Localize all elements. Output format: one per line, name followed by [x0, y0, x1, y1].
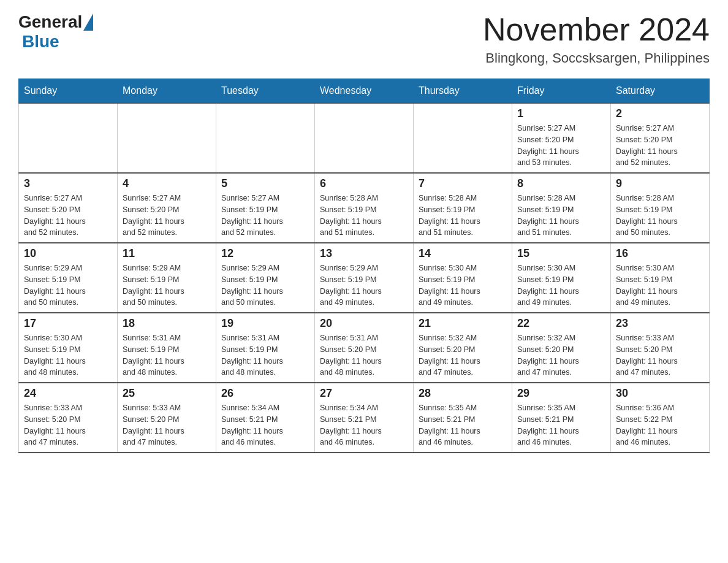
day-number: 5 [221, 177, 309, 190]
day-number: 4 [123, 177, 211, 190]
day-number: 8 [517, 177, 605, 190]
day-info: Sunrise: 5:35 AMSunset: 5:21 PMDaylight:… [517, 402, 605, 448]
calendar-cell: 17Sunrise: 5:30 AMSunset: 5:19 PMDayligh… [19, 313, 118, 383]
calendar-cell: 21Sunrise: 5:32 AMSunset: 5:20 PMDayligh… [414, 313, 512, 383]
day-info: Sunrise: 5:30 AMSunset: 5:19 PMDaylight:… [517, 262, 605, 308]
weekday-header-wednesday: Wednesday [315, 79, 414, 104]
calendar-cell: 16Sunrise: 5:30 AMSunset: 5:19 PMDayligh… [611, 243, 710, 313]
calendar-cell [216, 103, 315, 173]
weekday-header-saturday: Saturday [611, 79, 710, 104]
day-number: 11 [123, 247, 211, 260]
day-info: Sunrise: 5:33 AMSunset: 5:20 PMDaylight:… [123, 402, 211, 448]
day-number: 7 [419, 177, 507, 190]
day-number: 21 [419, 317, 507, 330]
day-info: Sunrise: 5:29 AMSunset: 5:19 PMDaylight:… [24, 262, 112, 308]
calendar-cell: 19Sunrise: 5:31 AMSunset: 5:19 PMDayligh… [216, 313, 315, 383]
calendar-week-row: 17Sunrise: 5:30 AMSunset: 5:19 PMDayligh… [19, 313, 710, 383]
day-info: Sunrise: 5:32 AMSunset: 5:20 PMDaylight:… [517, 332, 605, 378]
calendar-cell: 26Sunrise: 5:34 AMSunset: 5:21 PMDayligh… [216, 383, 315, 453]
day-number: 27 [320, 387, 408, 400]
day-number: 25 [123, 387, 211, 400]
weekday-header-row: SundayMondayTuesdayWednesdayThursdayFrid… [19, 79, 710, 104]
calendar-header: SundayMondayTuesdayWednesdayThursdayFrid… [19, 79, 710, 104]
calendar-cell: 30Sunrise: 5:36 AMSunset: 5:22 PMDayligh… [611, 383, 710, 453]
calendar-cell: 14Sunrise: 5:30 AMSunset: 5:19 PMDayligh… [414, 243, 512, 313]
title-block: November 2024 Blingkong, Soccsksargen, P… [483, 12, 710, 66]
logo-blue-text: Blue [22, 32, 59, 51]
day-number: 23 [616, 317, 704, 330]
day-info: Sunrise: 5:31 AMSunset: 5:19 PMDaylight:… [123, 332, 211, 378]
calendar-cell: 6Sunrise: 5:28 AMSunset: 5:19 PMDaylight… [315, 173, 414, 243]
day-info: Sunrise: 5:28 AMSunset: 5:19 PMDaylight:… [616, 193, 704, 239]
day-number: 15 [517, 247, 605, 260]
day-info: Sunrise: 5:33 AMSunset: 5:20 PMDaylight:… [24, 402, 112, 448]
day-info: Sunrise: 5:29 AMSunset: 5:19 PMDaylight:… [123, 262, 211, 308]
calendar-cell [315, 103, 414, 173]
day-number: 30 [616, 387, 704, 400]
day-number: 1 [517, 107, 605, 120]
calendar-cell: 1Sunrise: 5:27 AMSunset: 5:20 PMDaylight… [512, 103, 611, 173]
calendar-cell: 10Sunrise: 5:29 AMSunset: 5:19 PMDayligh… [19, 243, 118, 313]
calendar-cell: 7Sunrise: 5:28 AMSunset: 5:19 PMDaylight… [414, 173, 512, 243]
calendar-week-row: 24Sunrise: 5:33 AMSunset: 5:20 PMDayligh… [19, 383, 710, 453]
day-info: Sunrise: 5:34 AMSunset: 5:21 PMDaylight:… [221, 402, 309, 448]
day-number: 17 [24, 317, 112, 330]
calendar-body: 1Sunrise: 5:27 AMSunset: 5:20 PMDaylight… [19, 103, 710, 453]
calendar-cell: 11Sunrise: 5:29 AMSunset: 5:19 PMDayligh… [118, 243, 216, 313]
day-number: 6 [320, 177, 408, 190]
calendar-cell: 18Sunrise: 5:31 AMSunset: 5:19 PMDayligh… [118, 313, 216, 383]
calendar-cell [19, 103, 118, 173]
calendar-cell: 15Sunrise: 5:30 AMSunset: 5:19 PMDayligh… [512, 243, 611, 313]
calendar-cell: 9Sunrise: 5:28 AMSunset: 5:19 PMDaylight… [611, 173, 710, 243]
calendar-table: SundayMondayTuesdayWednesdayThursdayFrid… [18, 79, 710, 453]
calendar-cell: 12Sunrise: 5:29 AMSunset: 5:19 PMDayligh… [216, 243, 315, 313]
day-number: 19 [221, 317, 309, 330]
day-number: 10 [24, 247, 112, 260]
day-info: Sunrise: 5:36 AMSunset: 5:22 PMDaylight:… [616, 402, 704, 448]
calendar-cell: 4Sunrise: 5:27 AMSunset: 5:20 PMDaylight… [118, 173, 216, 243]
calendar-cell: 27Sunrise: 5:34 AMSunset: 5:21 PMDayligh… [315, 383, 414, 453]
day-number: 29 [517, 387, 605, 400]
day-number: 3 [24, 177, 112, 190]
logo: General Blue [18, 12, 93, 52]
calendar-cell: 8Sunrise: 5:28 AMSunset: 5:19 PMDaylight… [512, 173, 611, 243]
day-info: Sunrise: 5:28 AMSunset: 5:19 PMDaylight:… [517, 193, 605, 239]
calendar-week-row: 1Sunrise: 5:27 AMSunset: 5:20 PMDaylight… [19, 103, 710, 173]
day-number: 9 [616, 177, 704, 190]
weekday-header-sunday: Sunday [19, 79, 118, 104]
page-title: November 2024 [483, 12, 710, 47]
day-number: 26 [221, 387, 309, 400]
day-number: 20 [320, 317, 408, 330]
calendar-cell: 25Sunrise: 5:33 AMSunset: 5:20 PMDayligh… [118, 383, 216, 453]
calendar-cell [118, 103, 216, 173]
calendar-cell: 2Sunrise: 5:27 AMSunset: 5:20 PMDaylight… [611, 103, 710, 173]
day-info: Sunrise: 5:30 AMSunset: 5:19 PMDaylight:… [616, 262, 704, 308]
calendar-cell [414, 103, 512, 173]
day-info: Sunrise: 5:34 AMSunset: 5:21 PMDaylight:… [320, 402, 408, 448]
day-number: 28 [419, 387, 507, 400]
day-number: 22 [517, 317, 605, 330]
logo-general-text: General [18, 12, 82, 32]
day-info: Sunrise: 5:27 AMSunset: 5:19 PMDaylight:… [221, 193, 309, 239]
day-number: 16 [616, 247, 704, 260]
day-number: 14 [419, 247, 507, 260]
calendar-cell: 5Sunrise: 5:27 AMSunset: 5:19 PMDaylight… [216, 173, 315, 243]
page-subtitle: Blingkong, Soccsksargen, Philippines [483, 50, 710, 66]
day-info: Sunrise: 5:32 AMSunset: 5:20 PMDaylight:… [419, 332, 507, 378]
calendar-cell: 29Sunrise: 5:35 AMSunset: 5:21 PMDayligh… [512, 383, 611, 453]
day-number: 24 [24, 387, 112, 400]
calendar-week-row: 10Sunrise: 5:29 AMSunset: 5:19 PMDayligh… [19, 243, 710, 313]
day-info: Sunrise: 5:27 AMSunset: 5:20 PMDaylight:… [517, 123, 605, 169]
calendar-week-row: 3Sunrise: 5:27 AMSunset: 5:20 PMDaylight… [19, 173, 710, 243]
calendar-cell: 3Sunrise: 5:27 AMSunset: 5:20 PMDaylight… [19, 173, 118, 243]
weekday-header-monday: Monday [118, 79, 216, 104]
calendar-cell: 28Sunrise: 5:35 AMSunset: 5:21 PMDayligh… [414, 383, 512, 453]
calendar-cell: 23Sunrise: 5:33 AMSunset: 5:20 PMDayligh… [611, 313, 710, 383]
calendar-cell: 24Sunrise: 5:33 AMSunset: 5:20 PMDayligh… [19, 383, 118, 453]
weekday-header-thursday: Thursday [414, 79, 512, 104]
day-info: Sunrise: 5:28 AMSunset: 5:19 PMDaylight:… [320, 193, 408, 239]
day-number: 18 [123, 317, 211, 330]
day-info: Sunrise: 5:28 AMSunset: 5:19 PMDaylight:… [419, 193, 507, 239]
day-info: Sunrise: 5:27 AMSunset: 5:20 PMDaylight:… [123, 193, 211, 239]
logo-triangle-icon [83, 13, 93, 31]
